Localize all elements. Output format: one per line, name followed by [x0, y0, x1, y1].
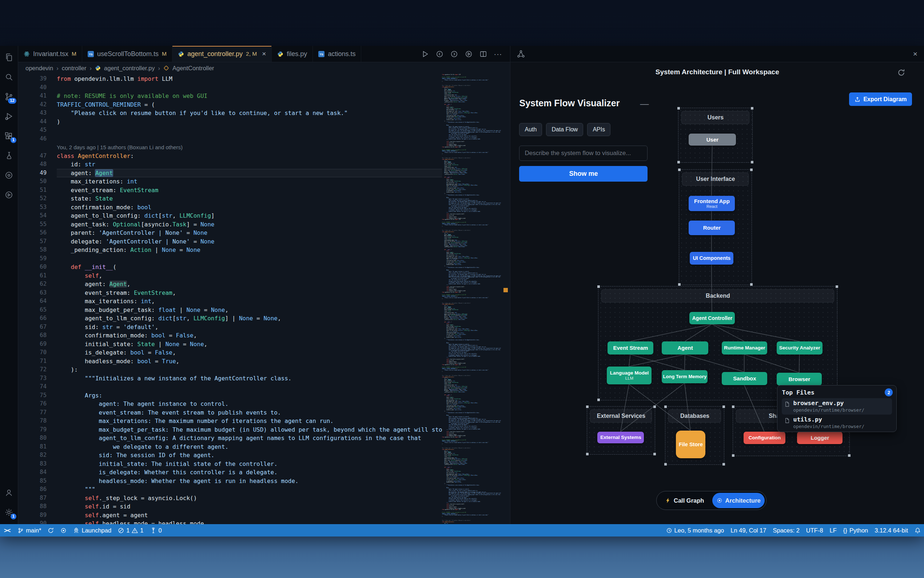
code-line[interactable]: 85 headless_mode: Whether the agent is r… [18, 477, 442, 485]
node-logger[interactable]: Logger [797, 432, 843, 444]
selection-handle[interactable] [678, 168, 681, 171]
top-file-item[interactable]: utils.pyopendevin/runtime/browser/ [782, 414, 892, 431]
tab-invariant-tsx[interactable]: Invariant.tsx M [18, 46, 82, 62]
node-frontend-app[interactable]: Frontend AppReact [689, 196, 735, 211]
code-line[interactable]: 64 max_iterations: int, [18, 297, 442, 306]
code-line[interactable]: 50 max_iterations: int [18, 177, 442, 186]
node-runtime-manager[interactable]: Runtime Manager [722, 341, 767, 354]
minimize-icon[interactable]: — [640, 99, 649, 109]
top-file-item[interactable]: browser_env.pyopendevin/runtime/browser/ [782, 398, 892, 414]
code-line[interactable]: 72 ): [18, 365, 442, 374]
line-number[interactable]: 68 [18, 331, 47, 340]
explorer-icon[interactable] [0, 47, 18, 67]
line-number[interactable]: 66 [18, 314, 47, 323]
code-line[interactable]: 77 event_stream: The event stream to pub… [18, 408, 442, 417]
code-line[interactable]: 45 [18, 126, 442, 135]
line-number[interactable]: 55 [18, 220, 47, 229]
code-line[interactable]: 57 delegate: 'AgentController | None' = … [18, 237, 442, 246]
code-line[interactable]: 87 self._step_lock = asyncio.Lock() [18, 494, 442, 503]
launchpad-item[interactable]: Launchpad [70, 524, 115, 536]
selection-handle[interactable] [677, 107, 680, 110]
git-branch-item[interactable]: main* [14, 524, 44, 536]
editor-scrollbar[interactable] [501, 74, 510, 524]
tab-agent-controller-py[interactable]: agent_controller.py 2, M × [172, 46, 272, 62]
line-number[interactable]: 54 [18, 211, 47, 220]
python-interpreter[interactable]: 3.12.4 64-bit [871, 524, 911, 536]
sync-icon[interactable] [44, 524, 57, 536]
line-number[interactable]: 79 [18, 425, 47, 434]
line-number[interactable]: 52 [18, 194, 47, 203]
testing-icon[interactable] [0, 146, 18, 165]
line-number[interactable]: 80 [18, 434, 47, 443]
line-number[interactable]: 50 [18, 177, 47, 186]
tab-usescrolltobottom-ts[interactable]: TS useScrollToBottom.ts M [82, 46, 172, 62]
show-me-button[interactable]: Show me [519, 166, 647, 182]
line-number[interactable]: 51 [18, 186, 47, 195]
code-line[interactable]: 80 agent_to_llm_config: A dictionary map… [18, 434, 442, 443]
line-number[interactable]: 76 [18, 399, 47, 408]
code-line[interactable]: 48 id: str [18, 160, 442, 169]
node-router[interactable]: Router [689, 221, 735, 235]
selection-handle[interactable] [731, 454, 735, 457]
code-line[interactable]: 73 """Initializes a new instance of the … [18, 374, 442, 383]
code-line[interactable]: 83 initial_state: The initial state of t… [18, 460, 442, 468]
call-graph-toggle[interactable]: Call Graph [658, 493, 711, 508]
indentation[interactable]: Spaces: 2 [769, 524, 803, 536]
selection-handle[interactable] [597, 285, 600, 288]
code-line[interactable]: 76 agent: The agent instance to control. [18, 399, 442, 408]
extensions-icon[interactable]: 1 [0, 126, 18, 146]
run-debug-icon[interactable] [0, 106, 18, 126]
code-line[interactable]: 82 sid: The session ID of the agent. [18, 451, 442, 460]
line-number[interactable]: 81 [18, 443, 47, 451]
line-number[interactable]: 42 [18, 101, 47, 109]
target-icon[interactable] [57, 524, 70, 536]
node-agent-controller[interactable]: Agent Controller [689, 312, 735, 324]
more-actions-icon[interactable]: ··· [494, 50, 502, 58]
selection-handle[interactable] [664, 405, 667, 408]
line-number[interactable]: 73 [18, 374, 47, 383]
line-number[interactable]: 84 [18, 468, 47, 477]
node-agent[interactable]: Agent [662, 341, 708, 354]
line-number[interactable]: 70 [18, 348, 47, 357]
live-share-icon[interactable] [0, 165, 18, 185]
line-number[interactable]: 86 [18, 485, 47, 494]
code-line[interactable]: 65 max_budget_per_task: float | None = N… [18, 306, 442, 315]
code-line[interactable]: 78 max_iterations: The maximum number of… [18, 417, 442, 425]
run-or-debug-icon[interactable] [464, 50, 473, 58]
line-number[interactable]: 61 [18, 271, 47, 280]
notifications-bell-icon[interactable] [911, 524, 924, 536]
selection-handle[interactable] [750, 283, 753, 286]
code-line[interactable]: 47class AgentController: [18, 152, 442, 161]
line-number[interactable]: 67 [18, 323, 47, 331]
code-line[interactable]: 53 confirmation_mode: bool [18, 203, 442, 212]
export-diagram-button[interactable]: Export Diagram [849, 93, 912, 106]
code-line[interactable]: 51 event_stream: EventStream [18, 186, 442, 195]
node-file-store[interactable]: File Store [676, 430, 706, 458]
selection-handle[interactable] [722, 405, 725, 408]
line-number[interactable]: 89 [18, 511, 47, 520]
code-line[interactable]: 69 initial_state: State | None = None, [18, 340, 442, 349]
line-number[interactable]: 74 [18, 383, 47, 391]
code-line[interactable]: 86 """ [18, 485, 442, 494]
code-line[interactable]: 60 def __init__( [18, 263, 442, 271]
code-line[interactable]: 89 self.agent = agent [18, 511, 442, 520]
line-number[interactable]: 47 [18, 152, 47, 161]
line-number[interactable]: 69 [18, 340, 47, 349]
code-line[interactable]: 59 [18, 255, 442, 263]
line-number[interactable]: 75 [18, 391, 47, 400]
problems-item[interactable]: 1 1 [115, 524, 147, 536]
line-number[interactable]: 87 [18, 494, 47, 503]
chip-apis[interactable]: APIs [587, 123, 610, 136]
selection-handle[interactable] [722, 463, 725, 466]
refresh-icon[interactable] [897, 69, 905, 78]
line-number[interactable]: 60 [18, 263, 47, 271]
code-line[interactable]: 43 "Please click on resume button if you… [18, 109, 442, 118]
line-number[interactable]: 59 [18, 255, 47, 263]
line-number[interactable]: 78 [18, 417, 47, 425]
line-number[interactable]: 63 [18, 289, 47, 297]
code-line[interactable]: 81 we delegate to a different agent. [18, 443, 442, 451]
selection-handle[interactable] [835, 285, 838, 288]
line-number[interactable]: 88 [18, 502, 47, 511]
code-line[interactable]: 44) [18, 118, 442, 126]
line-number[interactable]: 56 [18, 229, 47, 237]
